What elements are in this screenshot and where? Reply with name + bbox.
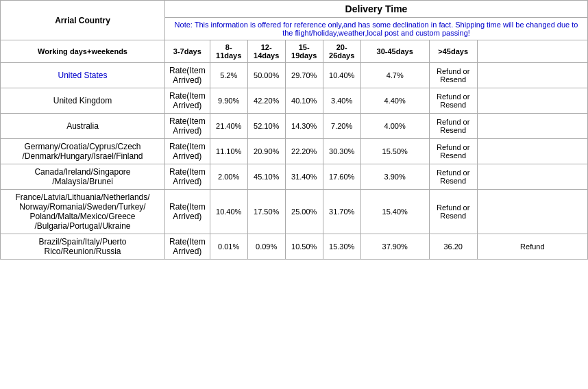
country-cell: Brazil/Spain/Italy/PuertoRico/Reunion/Ru… [1, 234, 165, 260]
col3-header: 12-14days [247, 40, 285, 63]
c7-cell: Refund [477, 234, 587, 260]
delivery-time-header: Delivery Time [165, 1, 588, 18]
c5-cell: 4.00% [360, 114, 429, 139]
c4-cell: 3.40% [323, 88, 360, 114]
c5-cell: 15.50% [360, 139, 429, 164]
c3-cell: 29.70% [285, 63, 323, 88]
c1-cell: 11.10% [210, 139, 247, 164]
delivery-table: Arrial Country Delivery Time Note: This … [0, 0, 588, 260]
c7-cell [477, 164, 587, 190]
c5-cell: 4.7% [360, 63, 429, 88]
country-cell: United States [1, 63, 165, 88]
c7-cell [477, 88, 587, 114]
c3-cell: 40.10% [285, 88, 323, 114]
c1-cell: 2.00% [210, 164, 247, 190]
c7-cell [477, 139, 587, 164]
c6-cell: Refund or Resend [429, 88, 477, 114]
country-cell: United Kingdom [1, 88, 165, 114]
working-days-cell: Rate(Item Arrived) [165, 164, 210, 190]
c6-cell: Refund or Resend [429, 63, 477, 88]
c6-cell: Refund or Resend [429, 190, 477, 234]
arrival-country-header: Arrial Country [1, 1, 165, 40]
c6-cell: Refund or Resend [429, 139, 477, 164]
c7-cell [477, 114, 587, 139]
c6-cell: Refund or Resend [429, 114, 477, 139]
c6-cell: Refund or Resend [429, 164, 477, 190]
working-days-cell: Rate(Item Arrived) [165, 234, 210, 260]
col4-header: 15-19days [285, 40, 323, 63]
c6-cell: 36.20 [429, 234, 477, 260]
c2-cell: 42.20% [247, 88, 285, 114]
c4-cell: 10.40% [323, 63, 360, 88]
c2-cell: 52.10% [247, 114, 285, 139]
col5-header: 20-26days [323, 40, 360, 63]
c1-cell: 5.2% [210, 63, 247, 88]
c3-cell: 25.00% [285, 190, 323, 234]
working-days-cell: Rate(Item Arrived) [165, 88, 210, 114]
c1-cell: 21.40% [210, 114, 247, 139]
col2-header: 8-11days [210, 40, 247, 63]
c4-cell: 15.30% [323, 234, 360, 260]
note-cell: Note: This information is offered for re… [165, 18, 588, 40]
c5-cell: 3.90% [360, 164, 429, 190]
c7-cell [477, 190, 587, 234]
c5-cell: 15.40% [360, 190, 429, 234]
c2-cell: 0.09% [247, 234, 285, 260]
c4-cell: 7.20% [323, 114, 360, 139]
country-cell: Australia [1, 114, 165, 139]
working-days-cell: Rate(Item Arrived) [165, 190, 210, 234]
c4-cell: 31.70% [323, 190, 360, 234]
c3-cell: 31.40% [285, 164, 323, 190]
country-cell: Germany/Croatia/Cyprus/Czech/Denmark/Hun… [1, 139, 165, 164]
c4-cell: 17.60% [323, 164, 360, 190]
c5-cell: 4.40% [360, 88, 429, 114]
c3-cell: 10.50% [285, 234, 323, 260]
working-days-cell: Rate(Item Arrived) [165, 63, 210, 88]
country-cell: France/Latvia/Lithuania/Netherlands/Norw… [1, 190, 165, 234]
c2-cell: 50.00% [247, 63, 285, 88]
c1-cell: 10.40% [210, 190, 247, 234]
working-days-header: Working days+weekends [1, 40, 165, 63]
c3-cell: 22.20% [285, 139, 323, 164]
c1-cell: 0.01% [210, 234, 247, 260]
col6-header: 30-45days [360, 40, 429, 63]
c1-cell: 9.90% [210, 88, 247, 114]
col7-header: >45days [429, 40, 477, 63]
col1-header: 3-7days [165, 40, 210, 63]
c2-cell: 17.50% [247, 190, 285, 234]
country-cell: Canada/Ireland/Singapore/Malaysia/Brunei [1, 164, 165, 190]
c2-cell: 45.10% [247, 164, 285, 190]
c7-cell [477, 63, 587, 88]
c5-cell: 37.90% [360, 234, 429, 260]
working-days-cell: Rate(Item Arrived) [165, 139, 210, 164]
c2-cell: 20.90% [247, 139, 285, 164]
c4-cell: 30.30% [323, 139, 360, 164]
c3-cell: 14.30% [285, 114, 323, 139]
working-days-cell: Rate(Item Arrived) [165, 114, 210, 139]
country-link[interactable]: United States [58, 71, 107, 80]
